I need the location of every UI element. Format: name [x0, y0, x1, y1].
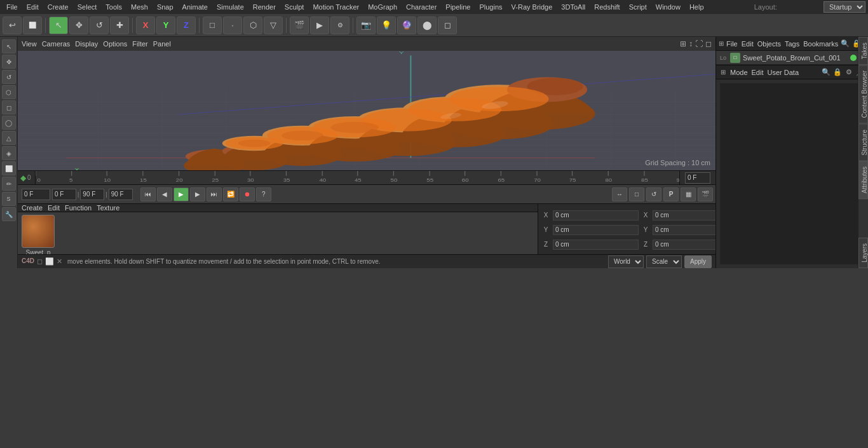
menu-select[interactable]: Select — [74, 2, 101, 12]
menu-tools[interactable]: Tools — [102, 2, 126, 12]
left-btn-diamond[interactable]: ◈ — [2, 146, 16, 160]
menu-pipeline[interactable]: Pipeline — [442, 2, 474, 12]
goto-end-button[interactable]: ⏭ — [207, 187, 222, 201]
status-icon-3[interactable]: ✕ — [57, 257, 62, 266]
left-btn-move[interactable]: ✥ — [2, 55, 16, 69]
attr-search[interactable]: 🔍 — [821, 67, 831, 78]
viewport-menu-cameras[interactable]: Cameras — [42, 40, 71, 48]
material-menu-edit[interactable]: Edit — [48, 204, 60, 212]
play-button[interactable]: ▶ — [173, 187, 189, 201]
material-item[interactable]: Sweet_p — [22, 215, 55, 256]
menu-vray[interactable]: V-Ray Bridge — [508, 2, 557, 12]
undo-button[interactable]: ↩ — [3, 17, 22, 34]
menu-sculpt[interactable]: Sculpt — [281, 2, 308, 12]
left-btn-pen[interactable]: ✏ — [2, 177, 16, 191]
left-btn-select[interactable]: ↖ — [2, 39, 16, 53]
left-btn-poly[interactable]: ◻ — [2, 100, 16, 114]
menu-redshift[interactable]: Redshift — [590, 2, 623, 12]
menu-edit[interactable]: Edit — [23, 2, 43, 12]
goto-start-button[interactable]: ⏮ — [140, 187, 156, 201]
obj-menu-bookmarks[interactable]: Bookmarks — [803, 40, 838, 48]
tab-attributes[interactable]: Attributes — [858, 161, 868, 199]
viewport-icon-3[interactable]: ⛶ — [695, 39, 703, 48]
obj-manager-search[interactable]: 🔍 — [841, 39, 850, 49]
material-menu-function[interactable]: Function — [65, 204, 92, 212]
obj-dot-editor[interactable] — [850, 55, 857, 61]
menu-plugins[interactable]: Plugins — [475, 2, 506, 12]
status-icon-1[interactable]: ◻ — [37, 257, 43, 266]
material-menu-create[interactable]: Create — [22, 204, 43, 212]
x-axis-button[interactable]: X — [136, 17, 155, 34]
help-button[interactable]: ? — [256, 187, 271, 201]
object-mode-button[interactable]: □ — [203, 17, 222, 34]
menu-snap[interactable]: Snap — [153, 2, 177, 12]
material-thumbnail[interactable] — [22, 215, 55, 248]
menu-simulate[interactable]: Simulate — [213, 2, 248, 12]
viewport-icon-4[interactable]: ◻ — [705, 39, 712, 48]
obj-menu-tags[interactable]: Tags — [785, 40, 799, 48]
left-btn-square[interactable]: ⬜ — [2, 161, 16, 175]
menu-create[interactable]: Create — [44, 2, 72, 12]
camera-tool-pb[interactable]: 🎬 — [698, 187, 713, 201]
x-size-input[interactable] — [653, 210, 715, 221]
left-btn-grab[interactable]: 🔧 — [2, 207, 16, 221]
render-settings-button[interactable]: ⚙ — [330, 17, 349, 34]
select-tool-button[interactable]: ↖ — [49, 17, 68, 34]
light-button[interactable]: 💡 — [377, 17, 396, 34]
menu-mograph[interactable]: MoGraph — [364, 2, 401, 12]
tab-layers[interactable]: Layers — [858, 238, 868, 268]
obj-menu-file[interactable]: File — [726, 40, 738, 48]
viewport-icon-1[interactable]: ⊞ — [680, 39, 686, 48]
attr-menu-mode[interactable]: Mode — [730, 69, 748, 76]
viewport[interactable]: View Cameras Display Options Filter Pane… — [18, 37, 715, 170]
playback-end-frame[interactable] — [80, 189, 104, 200]
select-tool-pb[interactable]: □ — [629, 187, 644, 201]
move-tool-button[interactable]: ✥ — [69, 17, 88, 34]
timeline-track[interactable]: 0 5 10 15 20 25 30 35 — [36, 171, 679, 184]
env-button[interactable]: 🔮 — [397, 17, 416, 34]
menu-render[interactable]: Render — [249, 2, 280, 12]
x-pos-input[interactable] — [553, 210, 639, 221]
tab-takes[interactable]: Takes — [858, 37, 868, 65]
apply-button[interactable]: Apply — [684, 255, 712, 268]
menu-window[interactable]: Window — [652, 2, 684, 12]
polygons-mode-button[interactable]: ▽ — [264, 17, 283, 34]
p-tool-pb[interactable]: P — [663, 187, 679, 201]
menu-3dtoall[interactable]: 3DToAll — [557, 2, 589, 12]
playback-current-frame[interactable] — [109, 189, 133, 200]
edges-mode-button[interactable]: ⬡ — [243, 17, 262, 34]
menu-motion-tracker[interactable]: Motion Tracker — [309, 2, 363, 12]
move-tool-pb[interactable]: ↔ — [612, 187, 627, 201]
menu-animate[interactable]: Animate — [179, 2, 212, 12]
points-mode-button[interactable]: · — [223, 17, 242, 34]
left-btn-circle[interactable]: ◯ — [2, 116, 16, 130]
camera-button[interactable]: 📷 — [356, 17, 376, 34]
record-button[interactable]: ⏺ — [240, 187, 255, 201]
attr-lock[interactable]: 🔒 — [832, 67, 843, 78]
timeline-marker[interactable]: ◆ — [20, 173, 26, 182]
obj-menu-edit[interactable]: Edit — [742, 40, 754, 48]
attr-menu-edit[interactable]: Edit — [752, 69, 764, 76]
z-axis-button[interactable]: Z — [177, 17, 196, 34]
redo-button[interactable]: ⬜ — [23, 17, 42, 34]
render-button[interactable]: ▶ — [310, 17, 329, 34]
playback-start-frame[interactable] — [22, 189, 50, 200]
left-btn-rotate[interactable]: ↺ — [2, 70, 16, 84]
menu-character[interactable]: Character — [402, 2, 440, 12]
menu-file[interactable]: File — [3, 2, 22, 12]
material-menu-texture[interactable]: Texture — [97, 204, 119, 212]
y-pos-input[interactable] — [553, 225, 639, 235]
rotate-tool-button[interactable]: ↺ — [90, 17, 109, 34]
scale-select[interactable]: Scale — [646, 255, 682, 268]
play-next-button[interactable]: ▶ — [190, 187, 205, 201]
timeline-frame-input[interactable] — [685, 172, 710, 184]
menu-help[interactable]: Help — [686, 2, 708, 12]
viewport-menu-view[interactable]: View — [22, 40, 37, 48]
menu-mesh[interactable]: Mesh — [127, 2, 152, 12]
viewport-menu-panel[interactable]: Panel — [153, 40, 171, 48]
z-size-input[interactable] — [653, 240, 715, 250]
viewport-menu-filter[interactable]: Filter — [132, 40, 147, 48]
play-prev-button[interactable]: ◀ — [157, 187, 172, 201]
scale-tool-button[interactable]: ✚ — [110, 17, 129, 34]
tab-structure[interactable]: Structure — [858, 124, 868, 161]
